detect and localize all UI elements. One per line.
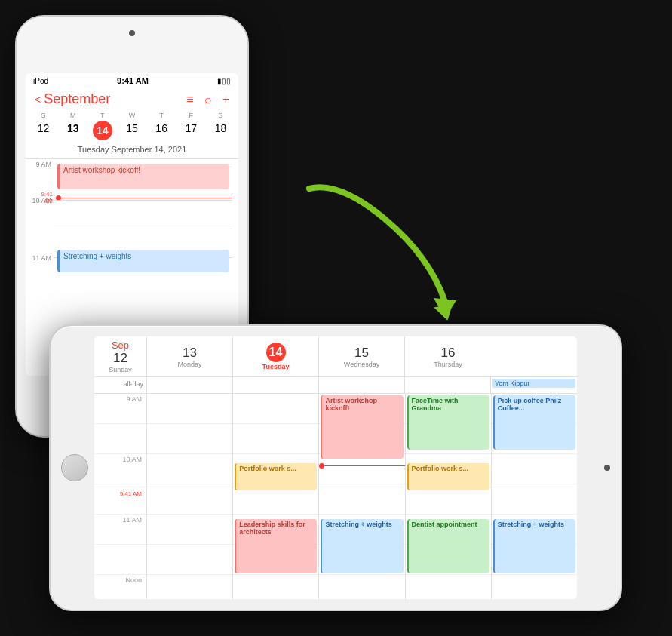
event-facetime[interactable]: FaceTime with Grandma	[407, 395, 489, 450]
day-timeline: 9 AM Artist workshop kickoff! 9:41 AM 10…	[26, 159, 238, 352]
date-15[interactable]: 15	[117, 121, 146, 140]
slot-11am: 11 AM	[94, 515, 146, 545]
weekday-labels: S M T W T F S	[26, 112, 238, 119]
day-tuesday: Tuesday	[262, 363, 290, 370]
battery-icon: ▮▯▯	[217, 77, 231, 85]
calendar-header[interactable]: < September ≡ ⌕ +	[26, 88, 238, 112]
weekday-sat: S	[206, 112, 235, 119]
allday-sun	[147, 377, 233, 393]
weekday-tue: T	[87, 112, 117, 119]
month-sep: Sep	[112, 340, 129, 351]
col-14-today: 14 Tuesday	[233, 336, 319, 376]
carrier-label: iPod	[33, 77, 48, 85]
time-line-10	[54, 200, 232, 201]
weekday-mon: M	[58, 112, 87, 119]
time-10am: 10 AM	[32, 195, 54, 204]
time-11am: 11 AM	[32, 253, 54, 262]
time-labels-col: 9 AM 10 AM 9:41 AM 11 AM Noon 1 PM	[94, 394, 147, 599]
day-12: 12	[113, 351, 127, 366]
event-stretching-tue[interactable]: Stretching + weights	[321, 519, 403, 573]
day-thursday: Thursday	[434, 361, 462, 368]
date-12[interactable]: 12	[29, 121, 58, 140]
yom-kippur-event[interactable]: Yom Kippur	[492, 379, 575, 388]
timeslot-10am: 10 AM	[32, 195, 232, 224]
timeslot-1030	[32, 224, 232, 253]
ipod-landscape-device: Sep 12 Sunday 13 Monday 14 Tuesday 15 We…	[49, 324, 622, 611]
event-dentist[interactable]: Dentist appointment	[407, 519, 489, 573]
search-icon[interactable]: ⌕	[204, 93, 212, 106]
month-label: September	[44, 91, 110, 107]
day-col-tue: Artist workshop kickoff! Stretching + we…	[319, 394, 405, 599]
current-time-label-h: 9:41 AM	[120, 490, 142, 497]
status-bar: iPod 9:41 AM ▮▯▯	[26, 73, 238, 88]
front-camera-portrait	[129, 30, 135, 36]
day-col-mon: Portfolio work s... Leadership skills fo…	[233, 394, 319, 599]
allday-wed	[405, 377, 491, 393]
allday-mon	[233, 377, 319, 393]
col-16: 16 Thursday	[405, 336, 491, 376]
clock: 9:41 AM	[117, 76, 149, 85]
date-13[interactable]: 13	[58, 121, 87, 140]
date-grid[interactable]: 12 13 14 15 16 17 18	[26, 121, 238, 140]
month-nav[interactable]: < September	[35, 91, 110, 107]
date-17[interactable]: 17	[176, 121, 206, 140]
day-15: 15	[354, 346, 369, 361]
event-pickup-coffee[interactable]: Pick up coffee Philz Coffee...	[493, 395, 575, 450]
event-stretching[interactable]: Stretching + weights	[57, 250, 229, 272]
slot-9am: 9 AM	[94, 394, 146, 424]
header-actions[interactable]: ≡ ⌕ +	[186, 93, 229, 106]
slot-noon: Noon	[94, 575, 146, 599]
date-16[interactable]: 16	[147, 121, 176, 140]
today-circle: 14	[266, 343, 286, 362]
allday-thu: Yom Kippur	[491, 377, 577, 393]
date-14-today[interactable]: 14	[93, 121, 112, 140]
day-sunday: Sunday	[109, 366, 132, 373]
day-wednesday: Wednesday	[344, 361, 379, 368]
event-artist-workshop-land[interactable]: Artist workshop kickoff!	[321, 395, 403, 459]
current-time-line-tue	[319, 463, 404, 469]
time-9am: 9 AM	[32, 159, 54, 168]
slot-1030: 9:41 AM	[94, 484, 146, 515]
event-portfolio-wed[interactable]: Portfolio work s...	[407, 463, 489, 490]
day-col-thu: Pick up coffee Philz Coffee... Stretchin…	[492, 394, 577, 599]
weekday-thu: T	[147, 112, 176, 119]
selected-date-label: Tuesday September 14, 2021	[26, 143, 238, 159]
back-chevron-icon[interactable]: <	[35, 94, 41, 106]
event-stretching-thu[interactable]: Stretching + weights	[493, 519, 575, 573]
day-monday: Monday	[177, 361, 201, 368]
week-calendar: Sep 12 Sunday 13 Monday 14 Tuesday 15 We…	[94, 336, 577, 599]
day-col-sun	[147, 394, 233, 599]
arrow-decoration	[294, 174, 505, 324]
weekday-wed: W	[117, 112, 146, 119]
list-icon[interactable]: ≡	[186, 93, 193, 106]
slot-930	[94, 424, 146, 454]
calendar-week-header: Sep 12 Sunday 13 Monday 14 Tuesday 15 We…	[94, 336, 577, 377]
allday-label: all-day	[94, 377, 147, 393]
col-13: 13 Monday	[147, 336, 233, 376]
home-button-landscape[interactable]	[61, 454, 88, 481]
event-portfolio-mon[interactable]: Portfolio work s...	[235, 463, 317, 490]
slot-10am: 10 AM	[94, 454, 146, 484]
event-leadership[interactable]: Leadership skills for architects	[235, 519, 317, 573]
week-timeline: 9 AM 10 AM 9:41 AM 11 AM Noon 1 PM	[94, 394, 577, 599]
allday-tue	[319, 377, 405, 393]
event-artist-workshop[interactable]: Artist workshop kickoff!	[57, 164, 229, 189]
day-col-wed: FaceTime with Grandma Portfolio work s..…	[406, 394, 492, 599]
weekday-sun: S	[29, 112, 58, 119]
landscape-screen: Sep 12 Sunday 13 Monday 14 Tuesday 15 We…	[94, 336, 577, 599]
date-18[interactable]: 18	[206, 121, 235, 140]
col-sep-12: Sep 12 Sunday	[94, 336, 147, 376]
time-line-blank1	[54, 229, 232, 229]
time-blank1	[32, 224, 54, 226]
col-15: 15 Wednesday	[319, 336, 405, 376]
allday-row: all-day Yom Kippur	[94, 377, 577, 394]
front-camera-landscape	[604, 465, 610, 471]
add-icon[interactable]: +	[222, 93, 229, 106]
weekday-fri: F	[176, 112, 206, 119]
day-16: 16	[441, 346, 456, 361]
slot-1130	[94, 545, 146, 575]
day-13: 13	[183, 346, 197, 361]
